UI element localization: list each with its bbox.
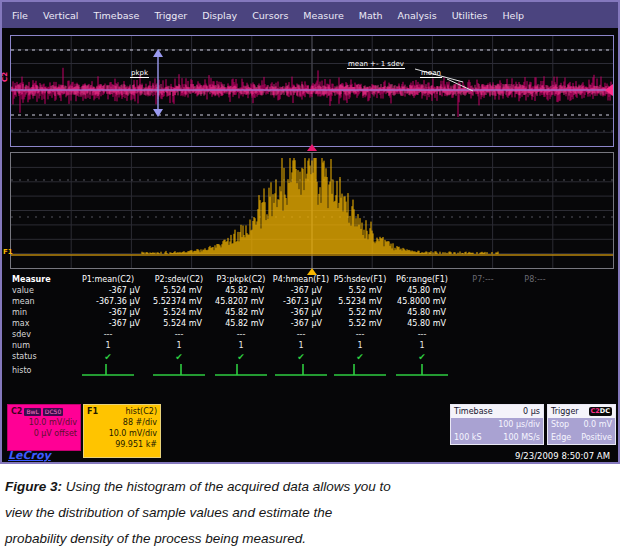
f1-volts-per-div: 10.0 mV/div [87, 428, 157, 439]
row-label-value: value [10, 286, 68, 295]
menu-bar: FileVerticalTimebaseTriggerDisplayCursor… [2, 2, 618, 28]
histo-sparkline-p1 [68, 362, 148, 379]
menu-item-analysis[interactable]: Analysis [398, 10, 437, 21]
timebase-box[interactable]: Timebase 0 µs 100 µs/div 100 kS 100 MS/s [450, 404, 544, 445]
cell-max-p5: 5.52 mV [330, 319, 390, 328]
cell-min-p4: -367 µV [272, 308, 330, 317]
cell-sdev-p1: --- [68, 330, 148, 339]
cell-min-p5: 5.52 mV [330, 308, 390, 317]
cell-sdev-p2: --- [148, 330, 210, 339]
timebase-delay: 0 µs [523, 406, 540, 417]
f1-descriptor-box[interactable]: F1 hist(C2) 88 #/div 10.0 mV/div 99.951 … [83, 404, 161, 458]
cell-max-p2: 5.524 mV [148, 319, 210, 328]
row-label-min: min [10, 308, 68, 317]
col-header-p7[interactable]: P7:--- [454, 275, 512, 284]
cell-value-p1: -367 µV [68, 286, 148, 295]
cell-num-p2: 1 [148, 341, 210, 350]
cell-max-p3: 45.82 mV [210, 319, 272, 328]
c2-label: C2 [11, 406, 22, 417]
timebase-rate: 100 MS/s [503, 432, 540, 443]
caption-text: Using the histogram of the acquired data… [5, 479, 391, 546]
histo-sparkline-p5 [330, 362, 390, 379]
mean-annotation: mean [420, 69, 442, 78]
figure-caption: Figure 3: Using the histogram of the acq… [0, 464, 620, 548]
cell-min-p1: -367 µV [68, 308, 148, 317]
f1-trace-label: F1 [3, 248, 13, 256]
menu-item-file[interactable]: File [12, 10, 28, 21]
col-header-p1[interactable]: P1:mean(C2) [68, 275, 148, 284]
f1-function: hist(C2) [125, 406, 157, 417]
lecroy-logo: LeCroy [8, 449, 51, 462]
waveform-grid[interactable]: pkpk mean +- 1 sdev mean [10, 35, 614, 147]
cell-min-p2: 5.524 mV [148, 308, 210, 317]
cell-num-p1: 1 [68, 341, 148, 350]
trigger-time-marker[interactable] [307, 144, 317, 151]
col-header-p5[interactable]: P5:hsdev(F1) [330, 275, 390, 284]
timebase-title: Timebase [454, 406, 493, 417]
cell-value-p4: -367 µV [272, 286, 330, 295]
menu-item-math[interactable]: Math [359, 10, 383, 21]
row-label-num: num [10, 341, 68, 350]
measure-table: MeasureP1:mean(C2)P2:sdev(C2)P3:pkpk(C2)… [10, 274, 616, 378]
c2-bwl-badge: BwL [24, 408, 40, 416]
histo-sparkline-p3 [210, 362, 272, 379]
caption-lead: Figure 3: [5, 479, 62, 494]
cell-mean-p6: 45.8000 mV [390, 297, 454, 306]
menu-item-measure[interactable]: Measure [303, 10, 343, 21]
row-label-max: max [10, 319, 68, 328]
cell-min-p6: 45.80 mV [390, 308, 454, 317]
menu-item-display[interactable]: Display [202, 10, 237, 21]
col-header-p2[interactable]: P2:sdev(C2) [148, 275, 210, 284]
cell-value-p5: 5.52 mV [330, 286, 390, 295]
c2-volts-per-div: 10.0 mV/div [11, 417, 77, 428]
menu-item-trigger[interactable]: Trigger [154, 10, 187, 21]
status-check-p5: ✔ [330, 352, 390, 362]
c2-descriptor-box[interactable]: C2 BwL DC50 10.0 mV/div 0 µV offset [7, 404, 81, 451]
f1-label: F1 [87, 406, 98, 417]
trigger-source-badge: C2DC [589, 407, 612, 416]
noise-waveform [11, 36, 613, 146]
c2-coupling-badge: DC50 [43, 408, 63, 416]
col-header-p8[interactable]: P8:--- [512, 275, 558, 284]
trigger-mode: Stop [551, 419, 569, 430]
cell-sdev-p4: --- [272, 330, 330, 339]
menu-item-timebase[interactable]: Timebase [93, 10, 139, 21]
pkpk-annotation: pkpk [130, 69, 149, 78]
row-label-mean: mean [10, 297, 68, 306]
menu-item-utilities[interactable]: Utilities [452, 10, 488, 21]
timebase-per-div: 100 µs/div [498, 419, 540, 430]
trigger-type: Edge [551, 432, 571, 443]
cell-sdev-p6: --- [390, 330, 454, 339]
col-header-p6[interactable]: P6:range(F1) [390, 275, 454, 284]
cell-num-p3: 1 [210, 341, 272, 350]
cell-mean-p1: -367.36 µV [68, 297, 148, 306]
col-header-p4[interactable]: P4:hmean(F1) [272, 275, 330, 284]
cell-min-p3: 45.82 mV [210, 308, 272, 317]
cell-mean-p4: -367.3 µV [272, 297, 330, 306]
measure-table-title: Measure [10, 275, 68, 284]
cell-num-p4: 1 [272, 341, 330, 350]
cell-max-p4: -367 µV [272, 319, 330, 328]
row-label-status: status [10, 352, 68, 361]
trigger-slope: Positive [581, 432, 612, 443]
c2-trace-label: C2 [1, 72, 9, 82]
f1-counts-per-div: 88 #/div [87, 417, 157, 428]
trigger-box[interactable]: Trigger C2DC Stop 0.0 mV Edge Positive [547, 404, 616, 445]
trigger-level: 0.0 mV [583, 419, 612, 430]
f1-population: 99.951 k# [87, 439, 157, 450]
cell-mean-p5: 5.5234 mV [330, 297, 390, 306]
menu-item-help[interactable]: Help [502, 10, 524, 21]
histo-sparkline-p4 [272, 362, 330, 379]
col-header-p3[interactable]: P3:pkpk(C2) [210, 275, 272, 284]
histogram-grid[interactable] [10, 152, 614, 269]
mean-sdev-annotation: mean +- 1 sdev [347, 60, 405, 69]
menu-item-vertical[interactable]: Vertical [43, 10, 79, 21]
c2-offset: 0 µV offset [11, 428, 77, 439]
cell-max-p6: 45.80 mV [390, 319, 454, 328]
datetime-display: 9/23/2009 8:50:07 AM [515, 451, 610, 461]
menu-item-cursors[interactable]: Cursors [252, 10, 288, 21]
cell-num-p6: 1 [390, 341, 454, 350]
cell-value-p6: 45.80 mV [390, 286, 454, 295]
status-check-p2: ✔ [148, 352, 210, 362]
cell-num-p5: 1 [330, 341, 390, 350]
